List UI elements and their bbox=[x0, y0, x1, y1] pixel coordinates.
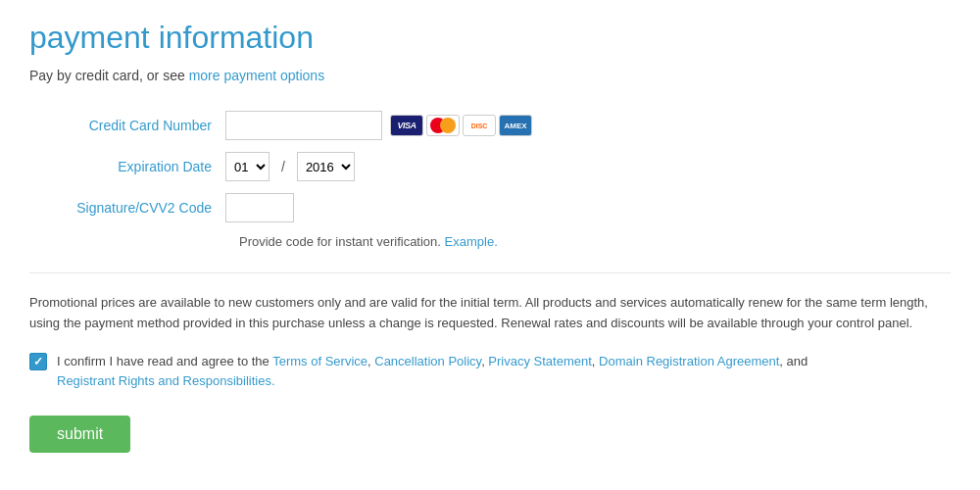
agree-checkbox[interactable] bbox=[29, 353, 47, 370]
agreement-text: I confirm I have read and agree to the T… bbox=[57, 352, 808, 393]
cvv-row: Signature/CVV2 Code bbox=[29, 193, 951, 222]
visa-icon: VISA bbox=[390, 115, 423, 136]
payment-form: Credit Card Number VISA DISC AMEX Expira… bbox=[29, 111, 951, 249]
submit-button[interactable]: submit bbox=[29, 416, 130, 453]
credit-card-label: Credit Card Number bbox=[29, 118, 225, 133]
cvv-example-link[interactable]: Example. bbox=[445, 234, 498, 249]
credit-card-row: Credit Card Number VISA DISC AMEX bbox=[29, 111, 951, 140]
subtitle: Pay by credit card, or see more payment … bbox=[29, 68, 951, 83]
expiration-controls: 010203040506070809101112 / 2016201720182… bbox=[225, 152, 355, 181]
cvv-hint: Provide code for instant verification. E… bbox=[225, 234, 951, 249]
mastercard-icon bbox=[426, 115, 460, 136]
more-payment-options-link[interactable]: more payment options bbox=[189, 68, 325, 83]
amex-icon: AMEX bbox=[499, 115, 532, 136]
expiry-month-select[interactable]: 010203040506070809101112 bbox=[225, 152, 270, 181]
cvv-hint-text: Provide code for instant verification. bbox=[239, 234, 441, 249]
discover-icon: DISC bbox=[463, 115, 496, 136]
expiration-label: Expiration Date bbox=[29, 159, 225, 174]
registrant-rights-link[interactable]: Registrant Rights and Responsibilities. bbox=[57, 373, 275, 388]
cvv-label: Signature/CVV2 Code bbox=[29, 200, 225, 216]
agreement-row: I confirm I have read and agree to the T… bbox=[29, 352, 951, 393]
promo-text: Promotional prices are available to new … bbox=[29, 272, 951, 334]
expiry-year-select[interactable]: 2016201720182019202020212022202320242025 bbox=[297, 152, 355, 181]
expiry-separator: / bbox=[281, 159, 285, 174]
expiration-row: Expiration Date 010203040506070809101112… bbox=[29, 152, 951, 181]
card-icons: VISA DISC AMEX bbox=[390, 115, 532, 136]
agree-prefix: I confirm I have read and agree to the bbox=[57, 354, 270, 368]
domain-reg-link[interactable]: Domain Registration Agreement bbox=[599, 354, 779, 368]
cancellation-link[interactable]: Cancellation Policy bbox=[374, 354, 481, 368]
page-title: payment information bbox=[29, 20, 951, 56]
privacy-link[interactable]: Privacy Statement bbox=[488, 354, 592, 368]
credit-card-input[interactable] bbox=[225, 111, 382, 140]
cvv-controls bbox=[225, 193, 294, 222]
tos-link[interactable]: Terms of Service bbox=[272, 354, 368, 368]
credit-card-controls: VISA DISC AMEX bbox=[225, 111, 532, 140]
subtitle-text: Pay by credit card, or see bbox=[29, 68, 185, 83]
cvv-input[interactable] bbox=[225, 193, 294, 222]
